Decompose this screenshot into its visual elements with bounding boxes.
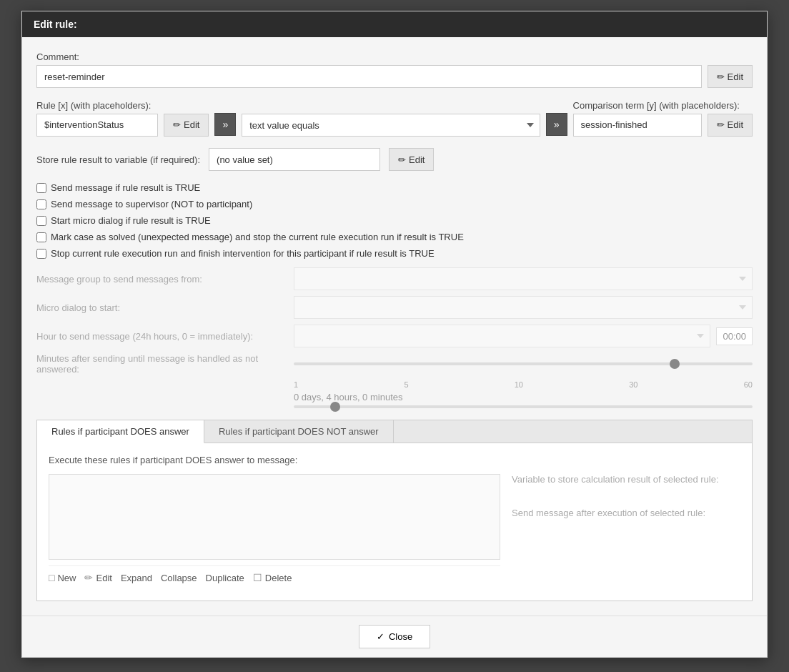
minutes-ticks: 1 5 10 30 60 [294, 380, 753, 389]
minutes-slider-thumb[interactable] [670, 359, 680, 369]
comparison-term-input[interactable] [573, 114, 702, 137]
days-slider-thumb[interactable] [330, 402, 340, 412]
send-supervisor-label: Send message to supervisor (NOT to parti… [51, 199, 252, 209]
rules-list-section: □ New ✏ Edit Expand [49, 474, 500, 589]
rule-x-edit-button[interactable]: Edit [164, 114, 209, 137]
arrow-double-left[interactable]: » [214, 113, 236, 136]
delete-button[interactable]: ☐ Delete [253, 572, 292, 583]
rule-row: Rule [x] (with placeholders): Edit » [36, 99, 753, 137]
comparison-select[interactable]: text value equals [242, 114, 540, 137]
close-label: Close [389, 631, 412, 642]
tab-does-answer-label: Rules if participant DOES answer [51, 426, 189, 437]
start-micro-dialog-checkbox[interactable] [36, 216, 46, 226]
tick-30: 30 [629, 380, 637, 389]
new-button[interactable]: □ New [49, 572, 76, 583]
send-message-label: Send message if rule result is TRUE [51, 182, 200, 193]
store-edit-button[interactable]: Edit [389, 148, 434, 171]
tab-does-answer[interactable]: Rules if participant DOES answer [37, 420, 204, 443]
delete-label: Delete [265, 573, 292, 583]
mark-case-solved-checkbox[interactable] [36, 232, 46, 242]
micro-dialog-select[interactable] [294, 296, 753, 319]
send-message-checkbox[interactable] [36, 183, 46, 193]
comparison-term-pencil-icon [717, 119, 725, 130]
modal-body: Comment: Edit Rule [x] (with placeholder… [22, 37, 767, 616]
tick-5: 5 [404, 380, 408, 389]
side-variable-label: Variable to store calculation result of … [512, 474, 740, 485]
arrow-double-right[interactable]: » [546, 113, 567, 136]
send-supervisor-checkbox[interactable] [36, 199, 46, 209]
comment-label: Comment: [36, 51, 753, 62]
msg-group-label: Message group to send messages from: [36, 274, 294, 285]
rule-x-input-row: Edit [36, 114, 209, 137]
modal-title: Edit rule: [34, 19, 77, 30]
comparison-term-col: Comparison term [y] (with placeholders):… [573, 100, 753, 137]
modal-overlay: Edit rule: Comment: Edit Rule [x] (with … [0, 0, 789, 672]
hour-select[interactable] [294, 325, 710, 347]
collapse-label: Collapse [161, 573, 197, 583]
checkbox-1-group: Send message if rule result is TRUE [36, 182, 753, 193]
tab-does-not-answer-label: Rules if participant DOES NOT answer [219, 426, 379, 437]
tab-does-not-answer[interactable]: Rules if participant DOES NOT answer [204, 420, 394, 443]
msg-group-select[interactable] [294, 267, 753, 290]
micro-dialog-row: Micro dialog to start: [36, 296, 753, 319]
minutes-container [294, 362, 753, 365]
rule-x-pencil-icon [173, 119, 181, 130]
msg-group-container [294, 267, 753, 290]
rules-list-area [49, 474, 500, 560]
rule-x-label: Rule [x] (with placeholders): [36, 100, 209, 111]
checkbox-5-group: Stop current rule execution run and fini… [36, 248, 753, 259]
comment-row: Edit [36, 65, 753, 88]
stop-execution-label: Stop current rule execution run and fini… [51, 248, 435, 259]
close-button[interactable]: ✓ Close [359, 625, 430, 648]
tick-10: 10 [515, 380, 523, 389]
store-edit-label: Edit [409, 154, 425, 165]
comment-edit-label: Edit [728, 71, 743, 82]
tabs-section: Rules if participant DOES answer Rules i… [36, 420, 753, 601]
tick-1: 1 [294, 380, 298, 389]
stop-execution-checkbox[interactable] [36, 249, 46, 259]
hour-label: Hour to send message (24h hours, 0 = imm… [36, 331, 294, 342]
execute-label: Execute these rules if participant DOES … [49, 455, 740, 465]
minutes-slider-track [294, 362, 753, 365]
mark-case-solved-label: Mark case as solved (unexpected message)… [51, 232, 464, 242]
comment-edit-button[interactable]: Edit [708, 65, 753, 88]
collapse-button[interactable]: Collapse [161, 573, 197, 583]
tick-60: 60 [744, 380, 753, 389]
rule-x-input[interactable] [36, 114, 158, 137]
days-value: 0 days, 4 hours, 0 minutes [294, 392, 753, 402]
hour-row: Hour to send message (24h hours, 0 = imm… [36, 325, 753, 347]
comment-group: Comment: Edit [36, 51, 753, 88]
hour-container: 00:00 [294, 325, 753, 347]
modal-footer: ✓ Close [22, 616, 767, 657]
double-arrow-icon: » [222, 119, 228, 130]
new-label: New [57, 573, 76, 583]
tabs-header: Rules if participant DOES answer Rules i… [37, 420, 752, 443]
expand-button[interactable]: Expand [121, 573, 152, 583]
rules-toolbar: □ New ✏ Edit Expand [49, 565, 500, 589]
comparison-term-label: Comparison term [y] (with placeholders): [573, 100, 753, 111]
comparison-term-input-row: Edit [573, 114, 753, 137]
tab-inner: □ New ✏ Edit Expand [49, 474, 740, 589]
new-icon: □ [49, 572, 54, 583]
comparison-col: text value equals [242, 99, 540, 137]
rules-side-panel: Variable to store calculation result of … [512, 474, 740, 589]
store-input[interactable] [209, 148, 380, 171]
delete-icon: ☐ [253, 572, 262, 583]
expand-label: Expand [121, 573, 152, 583]
edit-button[interactable]: ✏ Edit [84, 572, 111, 583]
store-pencil-icon [398, 154, 406, 165]
edit-icon: ✏ [84, 572, 93, 583]
comparison-term-edit-button[interactable]: Edit [708, 114, 753, 137]
store-label: Store rule result to variable (if requir… [36, 154, 200, 165]
days-slider-bar [294, 405, 753, 408]
double-arrow-right-icon: » [554, 119, 560, 130]
comment-input[interactable] [36, 65, 702, 88]
pencil-icon [717, 71, 725, 82]
days-row: 0 days, 4 hours, 0 minutes [36, 392, 753, 408]
store-row: Store rule result to variable (if requir… [36, 148, 753, 171]
dimmed-section: Message group to send messages from: Mic… [36, 267, 753, 408]
tab-content: Execute these rules if participant DOES … [37, 443, 752, 601]
duplicate-button[interactable]: Duplicate [206, 573, 244, 583]
comparison-term-edit-label: Edit [728, 119, 743, 130]
rule-x-col: Rule [x] (with placeholders): Edit [36, 100, 209, 137]
